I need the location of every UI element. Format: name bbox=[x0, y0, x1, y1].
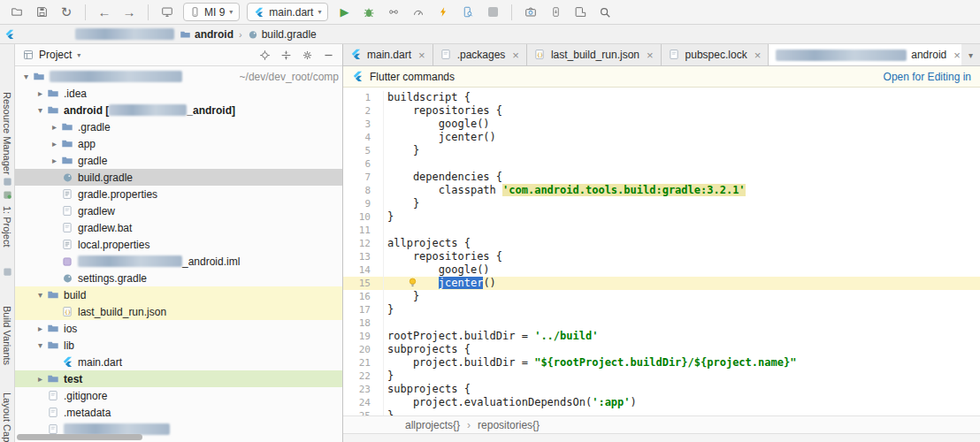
tree-item[interactable]: ▾lib bbox=[15, 337, 342, 354]
screenshot-icon[interactable] bbox=[519, 3, 542, 22]
search-button[interactable] bbox=[593, 3, 616, 22]
stripe-icon[interactable] bbox=[3, 267, 12, 279]
project-view-selector[interactable]: Project bbox=[39, 49, 72, 61]
collapse-all-icon[interactable] bbox=[280, 50, 292, 61]
run-config-selector[interactable]: main.dart ▾ bbox=[247, 3, 328, 21]
line-number[interactable]: 6 bbox=[343, 157, 384, 171]
line-number[interactable]: 1 bbox=[343, 91, 384, 104]
line-number[interactable]: 15 bbox=[343, 277, 384, 290]
tree-item[interactable]: ▾~/dev/dev_root/comp bbox=[15, 68, 342, 85]
open-project-icon[interactable] bbox=[5, 3, 28, 22]
tree-item[interactable]: ▸gradle bbox=[15, 152, 342, 169]
run-button[interactable]: ▶ bbox=[333, 3, 356, 22]
code-editor[interactable]: 1buildscript {2 repositories {3 google()… bbox=[343, 88, 980, 415]
line-number[interactable]: 11 bbox=[343, 224, 384, 237]
chevron-right-icon[interactable]: ▸ bbox=[34, 88, 46, 98]
tab-list-icon[interactable]: ▾ bbox=[961, 44, 980, 65]
stripe-icon[interactable] bbox=[3, 177, 12, 189]
chevron-down-icon[interactable]: ▾ bbox=[34, 290, 46, 300]
line-number[interactable]: 9 bbox=[343, 197, 384, 210]
line-number[interactable]: 10 bbox=[343, 210, 384, 224]
breadcrumb-repositories[interactable]: repositories{} bbox=[478, 419, 540, 431]
hide-panel-icon[interactable] bbox=[323, 50, 334, 61]
stripe-icon[interactable] bbox=[3, 190, 12, 202]
line-number[interactable]: 12 bbox=[343, 237, 384, 250]
tree-item[interactable]: {}last_build_run.json bbox=[15, 303, 342, 320]
tree-item[interactable]: gradle.properties bbox=[15, 186, 342, 202]
close-icon[interactable]: × bbox=[418, 49, 425, 62]
attach-debugger-icon[interactable] bbox=[382, 3, 405, 22]
chevron-down-icon[interactable]: ▾ bbox=[34, 105, 46, 115]
tree-item[interactable]: gradlew bbox=[15, 202, 342, 219]
run-window-icon[interactable] bbox=[156, 3, 179, 22]
gear-icon[interactable] bbox=[302, 50, 313, 61]
stripe-resource-manager[interactable]: Resource Manager bbox=[2, 92, 12, 175]
line-number[interactable]: 3 bbox=[343, 118, 384, 131]
close-icon[interactable]: × bbox=[512, 49, 519, 62]
stripe-build-variants[interactable]: Build Variants bbox=[2, 306, 12, 365]
breadcrumb-item-android[interactable]: android bbox=[180, 28, 234, 41]
tree-item[interactable]: _android.iml bbox=[15, 253, 342, 270]
debug-button[interactable] bbox=[357, 3, 380, 22]
tree-item[interactable]: ▸ios bbox=[15, 320, 342, 337]
tree-item[interactable]: ▸.idea bbox=[15, 85, 342, 102]
tree-item[interactable]: ▾android [_android] bbox=[15, 102, 342, 118]
tree-item[interactable]: local.properties bbox=[15, 236, 342, 253]
chevron-right-icon[interactable]: ▸ bbox=[49, 156, 60, 165]
flutter-inspector-icon[interactable] bbox=[456, 3, 479, 22]
line-number[interactable]: 13 bbox=[343, 250, 384, 263]
tree-item[interactable]: build.gradle bbox=[15, 169, 342, 186]
avd-manager-icon[interactable] bbox=[569, 3, 592, 22]
notification-action-link[interactable]: Open for Editing in bbox=[884, 71, 971, 83]
chevron-right-icon[interactable]: ▸ bbox=[49, 139, 60, 149]
line-number[interactable]: 5 bbox=[343, 144, 384, 157]
intention-bulb-icon[interactable] bbox=[407, 277, 418, 288]
line-number[interactable]: 14 bbox=[343, 263, 384, 277]
editor-tab[interactable]: .packages× bbox=[433, 44, 527, 65]
profiler-icon[interactable] bbox=[407, 3, 430, 22]
device-selector[interactable]: MI 9 ▾ bbox=[183, 3, 240, 21]
locate-file-icon[interactable] bbox=[259, 50, 271, 61]
chevron-right-icon[interactable]: ▸ bbox=[34, 324, 46, 333]
tree-item[interactable]: ▸test bbox=[15, 370, 342, 387]
tree-item[interactable]: main.dart bbox=[15, 354, 342, 370]
line-number[interactable]: 17 bbox=[343, 303, 384, 316]
save-all-icon[interactable] bbox=[30, 3, 53, 22]
stripe-project[interactable]: 1: Project bbox=[2, 206, 12, 247]
line-number[interactable]: 21 bbox=[343, 356, 384, 370]
breadcrumb-allprojects[interactable]: allprojects{} bbox=[405, 419, 460, 431]
sync-icon[interactable]: ↻ bbox=[55, 3, 78, 22]
tree-item[interactable]: .gitignore bbox=[15, 387, 342, 404]
line-number[interactable]: 23 bbox=[343, 383, 384, 396]
editor-tab[interactable]: pubspec.lock× bbox=[662, 44, 769, 65]
line-number[interactable]: 24 bbox=[343, 396, 384, 409]
horizontal-scrollbar[interactable] bbox=[17, 434, 142, 440]
chevron-right-icon[interactable]: ▸ bbox=[49, 122, 60, 132]
line-number[interactable]: 16 bbox=[343, 290, 384, 303]
line-number[interactable]: 4 bbox=[343, 131, 384, 144]
line-number[interactable]: 7 bbox=[343, 171, 384, 184]
line-number[interactable]: 8 bbox=[343, 184, 384, 197]
tree-item[interactable]: ▸app bbox=[15, 135, 342, 152]
stripe-layout-captures[interactable]: Layout Captures bbox=[2, 392, 12, 442]
device-file-explorer-icon[interactable] bbox=[544, 3, 567, 22]
hot-reload-icon[interactable] bbox=[432, 3, 455, 22]
chevron-down-icon[interactable]: ▾ bbox=[34, 340, 46, 350]
chevron-right-icon[interactable]: ▸ bbox=[34, 374, 46, 384]
line-number[interactable]: 22 bbox=[343, 370, 384, 383]
chevron-down-icon[interactable]: ▾ bbox=[20, 72, 32, 81]
tree-item[interactable]: settings.gradle bbox=[15, 270, 342, 286]
editor-tab[interactable]: main.dart× bbox=[343, 44, 433, 65]
tree-item[interactable]: ▸.gradle bbox=[15, 118, 342, 135]
forward-icon[interactable]: → bbox=[118, 3, 141, 22]
stop-button[interactable] bbox=[481, 3, 504, 22]
close-icon[interactable]: × bbox=[647, 49, 654, 62]
breadcrumb-item-file[interactable]: build.gradle bbox=[248, 28, 317, 41]
line-number[interactable]: 25 bbox=[343, 409, 384, 415]
line-number[interactable]: 18 bbox=[343, 316, 384, 330]
back-icon[interactable]: ← bbox=[93, 3, 116, 22]
tree-item[interactable]: gradlew.bat bbox=[15, 219, 342, 236]
tree-item[interactable]: ▾build bbox=[15, 286, 342, 303]
line-number[interactable]: 2 bbox=[343, 104, 384, 118]
line-number[interactable]: 19 bbox=[343, 330, 384, 343]
